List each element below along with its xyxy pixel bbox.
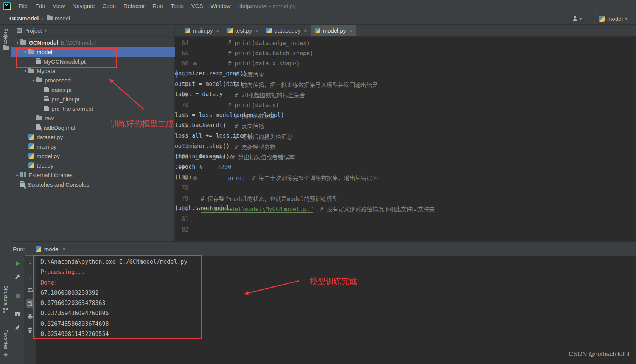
user-icon[interactable]: [572, 15, 578, 22]
stripe-tab-structure[interactable]: Structure: [0, 286, 11, 313]
stripe-tab-favorites[interactable]: Favorites ★: [0, 329, 11, 358]
code-line-76: 76if epoch % 20 == 0:: [175, 162, 636, 173]
menu-item-code[interactable]: Code: [99, 3, 120, 9]
play-icon: [16, 261, 20, 266]
trash-icon: [28, 327, 33, 333]
code-text: loss = loss_model(output, label) # 损失函数计…: [201, 112, 275, 120]
tree-item-label: main.py: [37, 143, 57, 150]
stop-button[interactable]: [14, 291, 22, 300]
project-stripe-folder-icon: [3, 46, 9, 50]
menu-item-refactor[interactable]: Refactor: [120, 3, 149, 9]
editor-tab-main-py[interactable]: main.py×: [181, 25, 223, 36]
tree-item-model-py[interactable]: model.py: [11, 151, 175, 161]
file-icon: [20, 181, 25, 187]
line-number: 78: [175, 185, 188, 191]
python-icon: [185, 28, 190, 33]
console-line: D:\Anaconda\python.exe E:/GCNmodel/model…: [36, 257, 636, 267]
tree-item-raw[interactable]: raw: [11, 114, 175, 123]
console-line: Processing...: [36, 267, 636, 277]
tree-item-label: dataset.py: [37, 134, 63, 140]
line-number: 82: [175, 226, 188, 233]
code-line-69: 69label = data.y # 20张超图数据的标签集合: [175, 90, 636, 100]
tree-item-aidbbag-mat[interactable]: ?aidbBag.mat: [11, 123, 175, 132]
editor-tab-test-py[interactable]: test.py×: [223, 25, 262, 36]
scroll-to-end-button[interactable]: [26, 299, 34, 308]
menu-item-file[interactable]: File: [15, 3, 31, 9]
up-stack-trace-button[interactable]: ↑: [26, 260, 34, 268]
tree-item-external-libraries[interactable]: ▸External Libraries: [11, 170, 175, 180]
editor-tab-model-py[interactable]: model.py×: [311, 25, 356, 36]
window-title: GCNmodel - model.py: [239, 0, 295, 12]
code-line-79: 79# 保存整个model的状态，也就是model的预训练模型: [175, 193, 636, 204]
console-line: 0.025490811452269554: [36, 329, 636, 339]
chevron-right-icon[interactable]: ▸: [14, 173, 20, 177]
scratch-badge: [24, 186, 26, 189]
breadcrumb-project[interactable]: GCNmodel: [9, 15, 39, 22]
code-text: # print(data.x.shape): [201, 60, 300, 67]
close-tab-icon[interactable]: ×: [216, 28, 219, 34]
clear-console-button[interactable]: [26, 326, 34, 334]
close-tab-icon[interactable]: ×: [255, 28, 258, 34]
code-line-68: 68output = model(data) # 前向传播，把一批训练数据集导入…: [175, 79, 636, 90]
run-panel-body: ↑ ↓ D:\Anaconda\python.exe E:/GCNmodel/m…: [11, 256, 636, 364]
run-config-selector[interactable]: model ▾: [595, 14, 631, 23]
python-icon: [227, 28, 233, 33]
project-view-dropdown-icon[interactable]: ▾: [45, 28, 47, 33]
stripe-tab-project[interactable]: Project: [0, 28, 11, 50]
menu-item-view[interactable]: View: [49, 3, 68, 9]
tree-item-mygcnmodel-pt[interactable]: MyGCNmodel.pt: [11, 57, 175, 66]
code-editor[interactable]: 64# print(data.edge_index)65# print(data…: [175, 37, 636, 241]
menu-item-vcs[interactable]: VCS: [188, 3, 207, 9]
tool-window-stripe: Project Structure Favorites ★: [0, 25, 11, 364]
edit-configurations-button[interactable]: [14, 273, 22, 281]
run-console[interactable]: D:\Anaconda\python.exe E:/GCNmodel/model…: [36, 256, 636, 364]
chevron-down-icon[interactable]: ▾: [22, 50, 28, 54]
tree-item-mydata[interactable]: ▾Mydata: [11, 66, 175, 76]
user-dropdown-icon[interactable]: ▾: [580, 17, 582, 21]
editor-tab-label: dataset.py: [274, 27, 300, 34]
menu-item-run[interactable]: Run: [149, 3, 167, 9]
tree-item-pre-transform-pt[interactable]: pre_transform.pt: [11, 104, 175, 114]
menu-bar: PC FileEditViewNavigateCodeRefactorRunTo…: [0, 0, 636, 12]
menu-item-tools[interactable]: Tools: [167, 3, 188, 9]
console-line: 67.10606803238392: [36, 288, 636, 298]
tree-item-main-py[interactable]: main.py: [11, 142, 175, 151]
rerun-button[interactable]: [14, 260, 22, 268]
tree-item-label: Scratches and Consoles: [28, 181, 89, 188]
project-view-icon: [17, 28, 22, 33]
code-text: # print(data.batch.shape): [201, 50, 313, 57]
pycharm-logo-icon[interactable]: PC: [3, 2, 11, 10]
tree-item-gcnmodel[interactable]: ▾GCNmodelE:\GCNmodel: [11, 38, 175, 47]
code-text: tmp = (loss_all / len(train_dataset)) # …: [201, 153, 295, 161]
tree-item-scratches-and-consoles[interactable]: Scratches and Consoles: [11, 180, 175, 189]
menu-item-window[interactable]: Window: [207, 3, 235, 9]
close-tab-icon[interactable]: ×: [63, 246, 66, 252]
soft-wrap-button[interactable]: [26, 286, 34, 294]
tree-item-dataset-py[interactable]: dataset.py: [11, 132, 175, 142]
tree-item-datas-pt[interactable]: datas.pt: [11, 85, 175, 95]
scroll-to-end-icon: [27, 301, 33, 306]
close-tab-icon[interactable]: ×: [349, 28, 352, 34]
print-button[interactable]: [26, 313, 34, 321]
run-tab-model[interactable]: model ×: [36, 246, 66, 252]
chevron-down-icon[interactable]: ▾: [14, 40, 20, 45]
chevron-down-icon[interactable]: ▾: [30, 78, 36, 82]
down-stack-trace-button[interactable]: ↓: [26, 273, 34, 281]
folder-icon: [47, 16, 53, 20]
watermark: CSDN @rothschildlhl: [569, 350, 629, 358]
menu-item-edit[interactable]: Edit: [31, 3, 49, 9]
restore-layout-button[interactable]: [14, 310, 22, 318]
editor-tab-dataset-py[interactable]: dataset.py×: [262, 25, 311, 36]
menu-item-navigate[interactable]: Navigate: [68, 3, 98, 9]
tree-item-model[interactable]: ▾model: [11, 47, 175, 57]
tree-item-test-py[interactable]: test.py: [11, 161, 175, 170]
pin-tab-button[interactable]: [14, 323, 22, 331]
chevron-down-icon[interactable]: ▾: [22, 69, 28, 73]
console-line: 0.026748586803674698: [36, 319, 636, 329]
breadcrumb-folder[interactable]: model: [55, 15, 70, 22]
close-tab-icon[interactable]: ×: [304, 28, 307, 34]
tree-item-label: External Libraries: [28, 172, 73, 178]
tree-item-pre-filter-pt[interactable]: pre_filter.pt: [11, 95, 175, 104]
project-panel-header[interactable]: Project ▾: [11, 25, 174, 37]
tree-item-processed[interactable]: ▾processed: [11, 76, 175, 85]
